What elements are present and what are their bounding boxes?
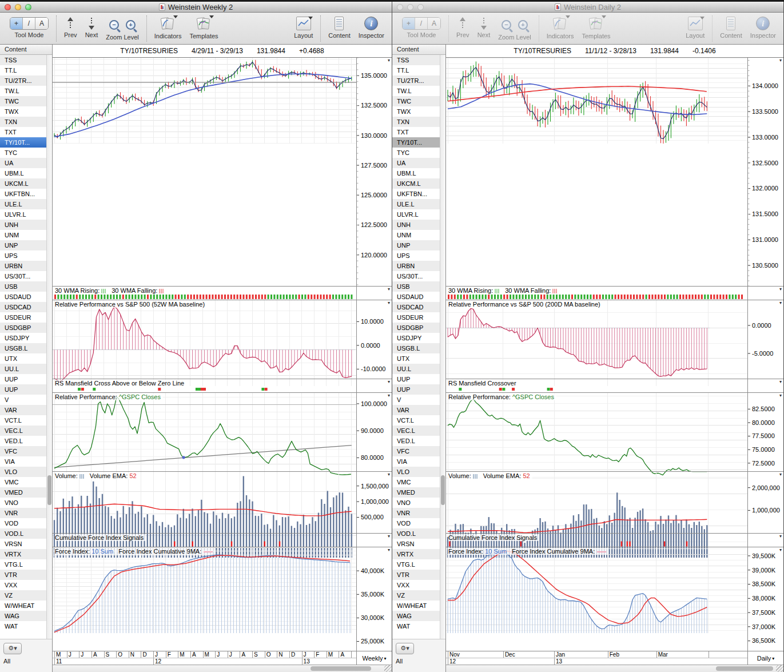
- sidebar-item-ticker[interactable]: TXN: [0, 117, 46, 127]
- collapse-panel-icon[interactable]: ▾: [779, 548, 782, 552]
- cfi-signals-plot[interactable]: Cumulative Force Index Signals: [446, 534, 747, 547]
- collapse-panel-icon[interactable]: ▾: [779, 301, 782, 305]
- sidebar-item-ticker[interactable]: TSS: [0, 55, 46, 65]
- sidebar-item-ticker[interactable]: UA: [0, 158, 46, 168]
- price-axis[interactable]: 135.0000132.5000130.0000127.5000125.0000…: [356, 58, 392, 286]
- sidebar-item-ticker[interactable]: VRSN: [392, 539, 440, 549]
- sidebar-item-ticker[interactable]: UU.L: [0, 364, 46, 374]
- force-index-plot[interactable]: Force Index: 10 Sum Force Index Cumulati…: [53, 547, 356, 651]
- sidebar-item-ticker[interactable]: TWC: [0, 96, 46, 106]
- sidebar-item-ticker[interactable]: UBM.L: [392, 168, 440, 178]
- sidebar-item-ticker[interactable]: TW.L: [0, 86, 46, 96]
- sidebar-item-ticker[interactable]: UA: [392, 158, 440, 168]
- collapse-panel-icon[interactable]: ▾: [779, 534, 782, 539]
- sidebar-item-ticker[interactable]: W/WHEAT: [0, 601, 46, 611]
- sidebar-item-ticker[interactable]: VNO: [0, 498, 46, 508]
- sidebar-item-ticker[interactable]: UNP: [0, 240, 46, 250]
- sidebar-item-ticker[interactable]: TXT: [0, 127, 46, 137]
- next-button[interactable]: Next: [85, 15, 98, 38]
- sidebar-item-ticker[interactable]: VMED: [0, 487, 46, 498]
- sidebar-item-ticker[interactable]: VTR: [0, 570, 46, 580]
- sidebar-item-ticker[interactable]: UBM.L: [0, 168, 46, 178]
- sidebar-item-ticker[interactable]: USDAUD: [392, 292, 440, 302]
- sidebar-item-ticker[interactable]: WAG: [392, 611, 440, 621]
- price-chart-plot[interactable]: [53, 58, 356, 286]
- collapse-panel-icon[interactable]: ▾: [388, 287, 390, 292]
- force-index-plot[interactable]: Force Index: 10 Sum Force Index Cumulati…: [446, 547, 747, 651]
- tool-text-button[interactable]: A: [428, 18, 440, 29]
- sidebar-item-ticker[interactable]: ULE.L: [392, 199, 440, 209]
- cfi-signals-plot[interactable]: Cumulative Force Index Signals: [53, 534, 356, 547]
- sidebar-item-ticker[interactable]: VIA: [392, 456, 440, 467]
- relative-performance-plot[interactable]: Relative Performance vs S&P 500 (52W MA …: [53, 300, 356, 379]
- collapse-panel-icon[interactable]: ▾: [388, 301, 390, 305]
- collapse-panel-icon[interactable]: ▾: [779, 58, 782, 63]
- sidebar-item-ticker[interactable]: VFC: [392, 446, 440, 456]
- sidebar-item-ticker[interactable]: VCT.L: [392, 415, 440, 426]
- relative-performance-plot[interactable]: Relative Performance vs S&P 500 (200D MA…: [446, 300, 747, 379]
- sidebar-item-ticker[interactable]: VOD.L: [0, 528, 46, 539]
- sidebar-scrollbar[interactable]: [440, 55, 445, 639]
- sidebar-item-ticker[interactable]: UPS: [0, 250, 46, 261]
- sidebar-item-ticker[interactable]: UNP: [392, 240, 440, 250]
- sidebar-item-ticker[interactable]: VRTX: [0, 549, 46, 559]
- sidebar-item-ticker[interactable]: VTG.L: [392, 559, 440, 570]
- sidebar-item-ticker[interactable]: UNM: [0, 230, 46, 240]
- scrollbar-thumb[interactable]: [311, 666, 372, 671]
- sidebar-item-ticker[interactable]: VMED: [392, 487, 440, 498]
- price-axis[interactable]: 134.0000133.5000133.0000132.5000132.0000…: [747, 58, 783, 286]
- sidebar-item-ticker[interactable]: UNM: [392, 230, 440, 240]
- resize-grip[interactable]: [776, 665, 783, 672]
- sidebar-item-ticker[interactable]: USDGBP: [0, 323, 46, 333]
- force-index-axis[interactable]: 39,500K39,000K38,500K38,000K37,500K37,00…: [747, 547, 783, 651]
- sidebar-item-ticker[interactable]: UTX: [0, 353, 46, 364]
- force-index-axis[interactable]: 40,000K35,000K30,000K25,000K▾: [356, 547, 392, 651]
- period-selector[interactable]: Weekly▾: [356, 651, 392, 665]
- sidebar-item-ticker[interactable]: VEC.L: [392, 426, 440, 436]
- price-chart-plot[interactable]: [446, 58, 747, 286]
- tool-crosshair-button[interactable]: +: [403, 18, 415, 29]
- collapse-panel-icon[interactable]: ▾: [388, 548, 390, 552]
- sidebar-item-ticker[interactable]: VTR: [392, 570, 440, 580]
- collapse-panel-icon[interactable]: ▾: [388, 380, 390, 384]
- relative-performance-axis[interactable]: 10.00000.0000-10.0000▾: [356, 300, 392, 379]
- sidebar-item-ticker[interactable]: VRSN: [0, 539, 46, 549]
- sidebar-item-ticker[interactable]: US/30T...: [392, 271, 440, 281]
- resize-grip[interactable]: [384, 665, 392, 672]
- sidebar-item-ticker[interactable]: VCT.L: [0, 415, 46, 426]
- horizontal-scrollbar[interactable]: [446, 665, 783, 672]
- layout-button[interactable]: Layout: [294, 15, 313, 39]
- volume-axis[interactable]: 1,500,0001,000,000500,000▾: [356, 472, 392, 533]
- sidebar-item-ticker[interactable]: UUP: [0, 374, 46, 384]
- sidebar-item-ticker[interactable]: W/WHEAT: [392, 601, 440, 611]
- gear-menu-button[interactable]: ⚙▾: [396, 643, 414, 654]
- sidebar-item-ticker[interactable]: VNO: [392, 498, 440, 508]
- sidebar-item-ticker[interactable]: TT.L: [392, 65, 440, 75]
- sidebar-item-ticker[interactable]: ULE.L: [0, 199, 46, 209]
- sidebar-item-ticker[interactable]: ULVR.L: [392, 209, 440, 220]
- volume-plot[interactable]: Volume:Volume EMA: 52: [446, 472, 747, 533]
- collapse-panel-icon[interactable]: ▾: [779, 380, 782, 384]
- window-titlebar[interactable]: Weinstein Daily 2: [392, 2, 783, 13]
- mansfield-plot[interactable]: RS Mansfield Crossover: [446, 379, 747, 392]
- sidebar-item-ticker[interactable]: USDEUR: [392, 312, 440, 323]
- sidebar-item-ticker[interactable]: TU/2TR...: [0, 75, 46, 86]
- sidebar-item-ticker[interactable]: TU/2TR...: [392, 75, 440, 86]
- scrollbar-thumb[interactable]: [47, 475, 51, 505]
- sidebar-item-ticker[interactable]: VXX: [0, 580, 46, 590]
- sidebar-item-ticker[interactable]: VAR: [0, 405, 46, 415]
- sidebar-item-ticker[interactable]: TXN: [392, 117, 440, 127]
- sidebar-item-ticker[interactable]: TY/10T...: [392, 137, 440, 148]
- sidebar-item-ticker[interactable]: USB: [0, 281, 46, 292]
- tool-line-button[interactable]: /: [415, 18, 428, 29]
- sidebar-item-ticker[interactable]: USDCAD: [0, 302, 46, 312]
- sidebar-item-ticker[interactable]: VAR: [392, 405, 440, 415]
- sidebar-item-ticker[interactable]: USDJPY: [0, 333, 46, 343]
- sidebar-item-ticker[interactable]: UNH: [0, 220, 46, 230]
- sidebar-item-ticker[interactable]: VXX: [392, 580, 440, 590]
- volume-axis[interactable]: 2,000,0001,000,000▾: [747, 472, 783, 533]
- prev-button[interactable]: Prev: [456, 15, 469, 38]
- tool-crosshair-button[interactable]: +: [10, 18, 23, 29]
- sidebar-item-ticker[interactable]: V: [392, 395, 440, 405]
- collapse-panel-icon[interactable]: ▾: [779, 287, 782, 292]
